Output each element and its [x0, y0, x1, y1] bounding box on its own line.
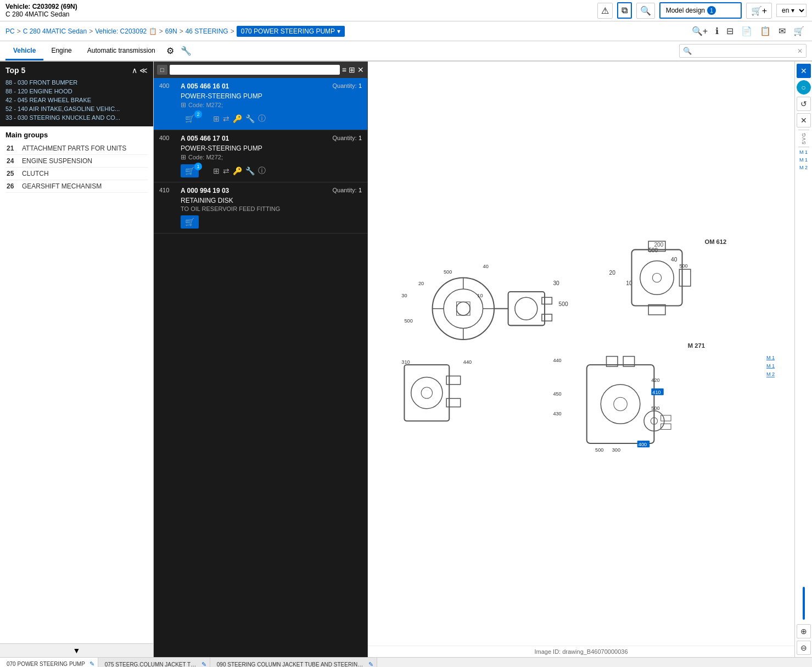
- top5-controls: ∧ ≪: [132, 66, 148, 75]
- top5-item-4[interactable]: 52 - 140 AIR INTAKE,GASOLINE VEHIC...: [5, 104, 148, 113]
- thumb-tab-2[interactable]: 075 STEERG.COLUMN JACKET TUBE & STEERG. …: [98, 658, 210, 667]
- rt-divider-1: [798, 130, 809, 130]
- rt-m2-label[interactable]: M 2: [799, 165, 808, 170]
- breadcrumb-model[interactable]: C 280 4MATIC Sedan: [23, 27, 87, 35]
- cart-button[interactable]: 🛒+: [746, 3, 772, 19]
- tab-bar: Vehicle Engine Automatic transmission ⚙ …: [0, 41, 812, 62]
- rt-undo-btn[interactable]: ↺: [797, 97, 811, 111]
- svg-text:430: 430: [553, 411, 561, 416]
- rt-m1-label-1[interactable]: M 1: [799, 149, 808, 155]
- part-cart-btn-3[interactable]: 🛒: [181, 215, 199, 229]
- rt-zoom-in-btn[interactable]: ⊕: [797, 624, 811, 638]
- tab-search-input[interactable]: [695, 45, 794, 57]
- wis-icon[interactable]: 📋: [758, 25, 773, 37]
- search-icon-button[interactable]: 🔍: [636, 3, 655, 19]
- sidebar-scroll-down[interactable]: ▼: [0, 643, 153, 657]
- thumb-tab-1[interactable]: 070 POWER STEERING PUMP ✎: [0, 658, 98, 667]
- part-action-table-1[interactable]: ⊞: [213, 114, 220, 123]
- tools-icon[interactable]: 🔧: [177, 41, 195, 60]
- document-icon[interactable]: 📄: [739, 25, 754, 37]
- svg-point-29: [652, 273, 661, 282]
- language-select[interactable]: en ▾ de fr: [776, 4, 807, 17]
- tab-engine[interactable]: Engine: [43, 42, 79, 60]
- group-item-26[interactable]: 26 GEARSHIFT MECHANISM: [5, 180, 148, 193]
- tab-automatic-transmission[interactable]: Automatic transmission: [80, 42, 163, 60]
- parts-tb-btn-1[interactable]: □: [157, 65, 167, 75]
- part-qty-label-1: Quantity:: [333, 82, 357, 89]
- header-vehicle-info: Vehicle: C203092 (69N) C 280 4MATIC Seda…: [5, 3, 77, 18]
- svg-rect-42: [446, 398, 461, 407]
- rt-close-btn[interactable]: ✕: [797, 64, 811, 78]
- svg-text:420: 420: [651, 377, 659, 383]
- info-icon[interactable]: ℹ: [713, 25, 721, 37]
- cart-bc-icon[interactable]: 🛒: [791, 25, 807, 37]
- top5-item-2[interactable]: 88 - 120 ENGINE HOOD: [5, 87, 148, 96]
- group-item-24[interactable]: 24 ENGINE SUSPENSION: [5, 155, 148, 168]
- svg-text:30: 30: [401, 293, 407, 298]
- svg-text:410: 410: [652, 390, 660, 395]
- rt-blue-indicator: [803, 587, 805, 620]
- part-action-table-2[interactable]: ⊞: [213, 166, 220, 175]
- part-action-wrench-1[interactable]: 🔧: [245, 114, 255, 123]
- part-item-1[interactable]: 400 A 005 466 16 01 Quantity: 1 POWER-ST…: [154, 78, 367, 130]
- top5-collapse-btn[interactable]: ∧: [132, 66, 137, 75]
- top5-item-1[interactable]: 88 - 030 FRONT BUMPER: [5, 78, 148, 87]
- rt-m1-label-2[interactable]: M 1: [799, 157, 808, 163]
- svg-text:400: 400: [639, 442, 647, 447]
- thumb-tab-edit-1[interactable]: ✎: [89, 660, 94, 667]
- part-name-1: POWER-STEERING PUMP: [181, 92, 362, 100]
- parts-grid-icon[interactable]: ⊞: [349, 65, 355, 74]
- breadcrumb-pc[interactable]: PC: [5, 27, 15, 35]
- breadcrumb-current-label: 070 POWER STEERING PUMP: [241, 27, 335, 35]
- diagram-area: 500 40 20 30 10 500 OM 612: [368, 62, 794, 646]
- breadcrumb-69n[interactable]: 69N: [165, 27, 177, 35]
- group-name-21: ATTACHMENT PARTS FOR UNITS: [22, 144, 126, 152]
- part-qty-val-3: 1: [359, 187, 362, 193]
- image-panel: 500 40 20 30 10 500 OM 612: [368, 62, 794, 657]
- svg-text:M 2: M 2: [766, 371, 775, 377]
- part-action-swap-2[interactable]: ⇄: [223, 166, 229, 175]
- part-item-3[interactable]: 410 A 000 994 19 03 Quantity: 1 RETAININ…: [154, 182, 367, 234]
- mail-icon[interactable]: ✉: [776, 25, 788, 37]
- rt-zoom-out-btn[interactable]: ⊖: [797, 641, 811, 655]
- svg-text:500: 500: [444, 269, 452, 275]
- part-action-swap-1[interactable]: ⇄: [223, 114, 229, 123]
- top5-expand-btn[interactable]: ≪: [139, 66, 148, 75]
- group-item-21[interactable]: 21 ATTACHMENT PARTS FOR UNITS: [5, 142, 148, 155]
- breadcrumb-vehicle[interactable]: Vehicle: C203092 📋: [95, 27, 156, 35]
- part-action-wrench-2[interactable]: 🔧: [245, 166, 255, 175]
- rt-close2-btn[interactable]: ✕: [797, 113, 811, 127]
- part-item-2[interactable]: 400 A 005 466 17 01 Quantity: 1 POWER-ST…: [154, 130, 367, 182]
- breadcrumb-steering[interactable]: 46 STEERING: [186, 27, 228, 35]
- parts-list-icon[interactable]: ≡: [342, 65, 346, 74]
- copy-button[interactable]: ⧉: [617, 2, 632, 19]
- zoom-in-icon[interactable]: 🔍+: [690, 25, 710, 37]
- parts-search-input[interactable]: [170, 65, 340, 75]
- top5-item-5[interactable]: 33 - 030 STEERING KNUCKLE AND CO...: [5, 113, 148, 122]
- rt-circle-btn[interactable]: ○: [797, 80, 811, 95]
- thumb-tab-edit-2[interactable]: ✎: [201, 661, 206, 667]
- image-id: Image ID: drawing_B46070000036: [368, 646, 794, 657]
- top5-item-3[interactable]: 42 - 045 REAR WHEEL BRAKE: [5, 96, 148, 104]
- part-action-info-2[interactable]: ⓘ: [258, 166, 266, 176]
- svg-rect-48: [587, 365, 654, 443]
- thumb-tab-edit-3[interactable]: ✎: [368, 661, 373, 667]
- thumb-tab-3[interactable]: 090 STEERING COLUMN JACKET TUBE AND STEE…: [210, 658, 377, 667]
- svg-point-28: [640, 261, 674, 294]
- parts-close-icon[interactable]: ✕: [357, 65, 364, 74]
- svg-rect-17: [542, 297, 552, 304]
- settings-icon[interactable]: ⚙: [163, 41, 177, 60]
- part-action-key-1[interactable]: 🔑: [233, 114, 242, 123]
- part-action-key-2[interactable]: 🔑: [233, 166, 242, 175]
- tab-search-clear[interactable]: ✕: [794, 45, 806, 57]
- tab-search: 🔍 ✕: [679, 44, 807, 58]
- part-action-info-1[interactable]: ⓘ: [258, 114, 266, 124]
- part-qty-val-2: 1: [359, 135, 362, 141]
- filter-icon[interactable]: ⊟: [724, 25, 736, 37]
- model-design-button[interactable]: Model design 1: [659, 2, 742, 19]
- warning-button[interactable]: ⚠: [597, 3, 613, 19]
- main-layout: Top 5 ∧ ≪ 88 - 030 FRONT BUMPER 88 - 120…: [0, 62, 812, 657]
- tab-vehicle[interactable]: Vehicle: [5, 42, 43, 60]
- group-item-25[interactable]: 25 CLUTCH: [5, 168, 148, 180]
- breadcrumb-current-item[interactable]: 070 POWER STEERING PUMP ▾: [237, 26, 345, 37]
